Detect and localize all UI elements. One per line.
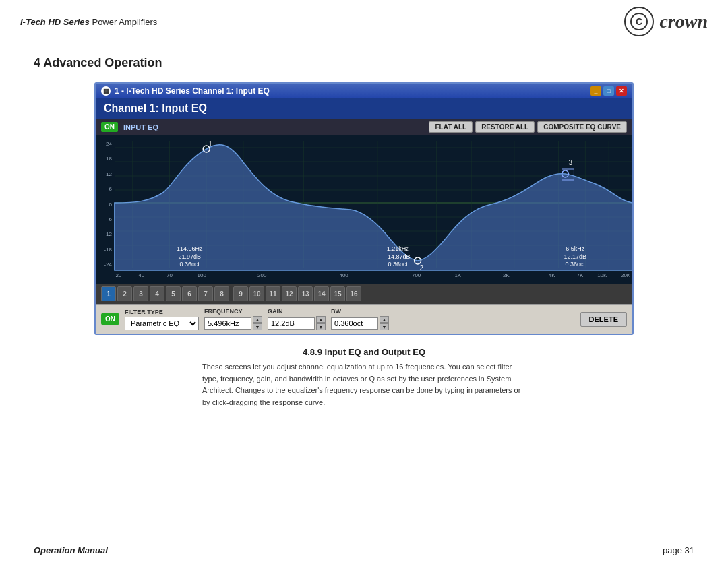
band2-freq: 1.21kHz: [387, 245, 409, 252]
band3-bw: 0.36oct: [565, 261, 585, 268]
band-btn-7[interactable]: 7: [198, 286, 213, 301]
filter-bw-spinners: ▲ ▼: [380, 316, 389, 330]
crown-logo-icon: C: [624, 7, 654, 36]
svg-text:200: 200: [257, 272, 267, 278]
band-btn-9[interactable]: 9: [233, 286, 248, 301]
svg-text:1K: 1K: [454, 272, 461, 278]
eq-label: INPUT EQ: [123, 123, 158, 131]
maximize-button[interactable]: □: [603, 86, 614, 96]
flat-all-button[interactable]: FLAT ALL: [429, 121, 473, 133]
svg-text:10K: 10K: [597, 272, 607, 278]
band-selector: 1 2 3 4 5 6 7 8 9 10 11 12 13 14 15 16: [96, 284, 632, 304]
svg-text:400: 400: [340, 272, 349, 278]
band-btn-15[interactable]: 15: [330, 286, 345, 301]
filter-gain-label: GAIN: [268, 308, 326, 315]
eq-window: ▦ 1 - I-Tech HD Series Channel 1: Input …: [94, 82, 634, 335]
band3-gain: 12.17dB: [564, 253, 586, 260]
band-btn-2[interactable]: 2: [117, 286, 132, 301]
filter-controls: ON FILTER TYPE Parametric EQ FREQUENCY ▲…: [96, 304, 632, 334]
band2-bw: 0.36oct: [388, 261, 408, 268]
y-label-12: 12: [96, 171, 112, 177]
restore-all-button[interactable]: RESTORE ALL: [475, 121, 535, 133]
band-btn-3[interactable]: 3: [133, 286, 148, 301]
filter-type-select[interactable]: Parametric EQ: [125, 317, 199, 330]
window-title-text: 1 - I-Tech HD Series Channel 1: Input EQ: [115, 86, 270, 96]
bw-spin-down[interactable]: ▼: [380, 323, 389, 330]
svg-text:7K: 7K: [577, 272, 584, 278]
band2-gain: -14.87dB: [386, 253, 411, 260]
window-controls[interactable]: _ □ ✕: [590, 86, 627, 96]
crown-brand-text: crown: [659, 11, 708, 32]
band1-bw: 0.36oct: [180, 261, 200, 268]
band-btn-4[interactable]: 4: [150, 286, 164, 301]
svg-text:2K: 2K: [503, 272, 510, 278]
eq-graph[interactable]: 24 18 12 6 0 -6 -12 -18 -24: [96, 135, 632, 284]
subsection-description: These screens let you adjust channel equ…: [202, 361, 526, 408]
filter-freq-input[interactable]: [204, 317, 251, 330]
eq-on-badge[interactable]: ON: [101, 122, 118, 132]
band1-info: 114.06Hz 21.97dB 0.36oct: [177, 245, 203, 269]
band2-info: 1.21kHz -14.87dB 0.36oct: [386, 245, 411, 269]
page-footer: Operation Manual page 31: [0, 538, 728, 562]
close-button[interactable]: ✕: [616, 86, 627, 96]
band-btn-16[interactable]: 16: [346, 286, 361, 301]
svg-text:2: 2: [420, 264, 424, 272]
filter-freq-group: FREQUENCY ▲ ▼: [204, 308, 262, 330]
filter-on-badge[interactable]: ON: [101, 313, 119, 325]
band3-freq: 6.5kHz: [566, 245, 584, 252]
band-btn-12[interactable]: 12: [282, 286, 297, 301]
series-name: I-Tech HD Series: [20, 17, 90, 27]
delete-button[interactable]: DELETE: [580, 312, 627, 327]
band-btn-6[interactable]: 6: [182, 286, 197, 301]
gain-spin-up[interactable]: ▲: [316, 316, 326, 323]
svg-text:70: 70: [166, 272, 173, 278]
svg-text:1: 1: [208, 140, 212, 148]
filter-gain-group: GAIN ▲ ▼: [268, 308, 326, 330]
window-app-icon: ▦: [101, 86, 111, 96]
gain-spin-down[interactable]: ▼: [316, 323, 326, 330]
filter-gain-spinners: ▲ ▼: [316, 316, 326, 330]
filter-bw-input[interactable]: [331, 317, 378, 330]
logo-area: C crown: [624, 7, 708, 36]
bw-spin-up[interactable]: ▲: [380, 316, 389, 323]
minimize-button[interactable]: _: [590, 86, 601, 96]
band3-info: 6.5kHz 12.17dB 0.36oct: [564, 245, 586, 269]
y-label-0: 0: [96, 201, 112, 208]
footer-left-text: Operation Manual: [34, 545, 108, 555]
section-title: 4 Advanced Operation: [34, 56, 694, 70]
band-btn-11[interactable]: 11: [266, 286, 280, 301]
band-btn-5[interactable]: 5: [166, 286, 181, 301]
freq-spin-down[interactable]: ▼: [253, 323, 262, 330]
svg-text:4K: 4K: [549, 272, 555, 278]
band-btn-8[interactable]: 8: [214, 286, 229, 301]
filter-gain-input[interactable]: [268, 317, 315, 330]
svg-text:40: 40: [138, 272, 144, 278]
window-titlebar: ▦ 1 - I-Tech HD Series Channel 1: Input …: [96, 84, 632, 98]
svg-text:C: C: [636, 16, 642, 27]
band1-gain: 21.97dB: [179, 253, 202, 260]
footer-right-text: page 31: [663, 545, 694, 555]
filter-type-label: FILTER TYPE: [125, 309, 199, 315]
filter-freq-spinners: ▲ ▼: [253, 316, 262, 330]
y-label-n12: -12: [96, 231, 112, 237]
svg-text:700: 700: [412, 272, 421, 278]
svg-text:100: 100: [198, 272, 207, 278]
eq-toolbar-buttons: FLAT ALL RESTORE ALL COMPOSITE EQ CURVE: [429, 121, 627, 133]
eq-toolbar: ON INPUT EQ FLAT ALL RESTORE ALL COMPOSI…: [96, 119, 632, 135]
band-btn-10[interactable]: 10: [249, 286, 264, 301]
titlebar-left: ▦ 1 - I-Tech HD Series Channel 1: Input …: [101, 86, 270, 96]
svg-text:20K: 20K: [621, 272, 631, 278]
band-btn-13[interactable]: 13: [298, 286, 313, 301]
page-content: 4 Advanced Operation ▦ 1 - I-Tech HD Ser…: [0, 42, 728, 422]
band-btn-1[interactable]: 1: [101, 286, 116, 301]
channel-header: Channel 1: Input EQ: [96, 98, 632, 119]
y-label-18: 18: [96, 156, 112, 162]
header-title: I-Tech HD Series Power Amplifiers: [20, 17, 157, 27]
freq-spin-up[interactable]: ▲: [253, 316, 262, 323]
composite-eq-curve-button[interactable]: COMPOSITE EQ CURVE: [537, 121, 627, 133]
series-subtitle: Power Amplifiers: [90, 17, 157, 27]
filter-bw-label: BW: [331, 308, 389, 315]
filter-bw-group: BW ▲ ▼: [331, 308, 389, 330]
filter-type-group: FILTER TYPE Parametric EQ: [125, 309, 199, 330]
band-btn-14[interactable]: 14: [314, 286, 329, 301]
